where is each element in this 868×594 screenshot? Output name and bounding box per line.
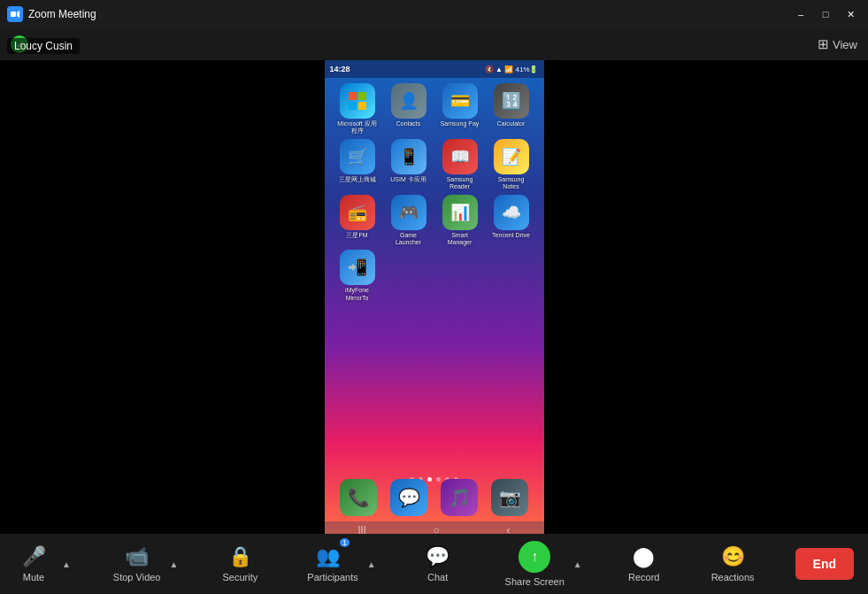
app-imyfone-icon: 📲	[340, 250, 375, 285]
mute-arrow-button[interactable]: ▲	[60, 556, 73, 573]
end-button[interactable]: End	[795, 548, 854, 580]
security-icon: 🔒	[228, 545, 252, 568]
phone-time: 14:28	[330, 65, 350, 73]
reactions-label: Reactions	[711, 572, 755, 582]
app-fm-icon: 📻	[340, 195, 375, 230]
app-imyfone-label: iMyFoneMirrorTo	[345, 287, 369, 302]
app-usim[interactable]: 📱 USIM 卡应用	[386, 139, 432, 191]
stop-video-button[interactable]: 📹 Stop Video	[106, 540, 168, 588]
svg-rect-5	[358, 102, 366, 110]
app-calculator-icon: 🔢	[494, 83, 529, 119]
reactions-group: 😊 Reactions	[704, 540, 762, 588]
phone-status-bar: 14:28 🔇 ▲ 📶 41%🔋	[325, 60, 544, 78]
app-smart-manager[interactable]: 📊 SmartManager	[437, 195, 483, 247]
chat-label: Chat	[427, 572, 448, 582]
app-samsung-reader[interactable]: 📖 SamsungReader	[437, 139, 483, 191]
stop-video-group: 📹 Stop Video ▲	[106, 540, 181, 588]
participants-label: Participants	[307, 572, 357, 582]
app-microsoft-label: Microsoft 应用程序	[337, 120, 376, 135]
record-icon: ⬤	[633, 545, 655, 568]
app-contacts-label: Contacts	[396, 120, 421, 127]
dock-phone-icon[interactable]: 📞	[340, 479, 377, 516]
view-button[interactable]: ⊞ View	[818, 36, 857, 52]
record-group: ⬤ Record	[618, 540, 671, 588]
stop-video-icon: 📹	[125, 545, 149, 568]
security-group: 🔒 Security	[213, 540, 266, 588]
app-samsung-store-label: 三星网上商城	[339, 176, 376, 183]
participants-arrow-button[interactable]: ▲	[365, 556, 378, 573]
window-controls: – □ ✕	[790, 5, 861, 23]
bottom-toolbar: 🎤 Mute ▲ 📹 Stop Video ▲ 🔒 Security 👥1 Pa…	[0, 534, 868, 594]
app-fm-label: 三星FM	[346, 232, 367, 239]
grid-view-icon: ⊞	[818, 36, 829, 52]
app-tencent-icon: ☁️	[494, 195, 529, 230]
app-contacts-icon: 👤	[391, 83, 426, 119]
participants-icon: 👥1	[316, 545, 350, 568]
minimize-button[interactable]: –	[790, 5, 811, 23]
app-samsung-notes[interactable]: 📝 SamsungNotes	[488, 139, 534, 191]
mute-icon: 🎤	[22, 545, 46, 568]
chat-button[interactable]: 💬 Chat	[411, 540, 465, 588]
window-title: Zoom Meeting	[28, 8, 96, 20]
phone-screen: 14:28 🔇 ▲ 📶 41%🔋 Microsoft 应用程序 👤 Contac…	[325, 60, 544, 539]
security-button[interactable]: 🔒 Security	[213, 540, 266, 588]
app-samsung-notes-icon: 📝	[494, 139, 529, 174]
app-empty-3	[488, 250, 534, 302]
dock-messages-icon[interactable]: 💬	[390, 479, 427, 516]
app-game-launcher-label: GameLauncher	[396, 232, 421, 247]
app-calculator[interactable]: 🔢 Calculator	[488, 83, 534, 135]
app-microsoft[interactable]: Microsoft 应用程序	[334, 83, 380, 135]
top-bar: ✓ ⊞ View	[0, 28, 868, 60]
app-row-3: 📻 三星FM 🎮 GameLauncher 📊 SmartManager ☁️ …	[332, 195, 537, 247]
app-empty-1	[386, 250, 432, 302]
record-button[interactable]: ⬤ Record	[618, 540, 671, 588]
app-usim-label: USIM 卡应用	[390, 176, 426, 183]
app-samsung-notes-label: SamsungNotes	[498, 176, 525, 191]
phone-dock: 📞 💬 🎵 📷	[325, 473, 544, 521]
mute-label: Mute	[23, 572, 44, 582]
mute-button[interactable]: 🎤 Mute	[7, 540, 60, 588]
close-button[interactable]: ✕	[840, 5, 861, 23]
participants-button[interactable]: 👥1 Participants	[300, 540, 365, 588]
participants-group: 👥1 Participants ▲	[300, 540, 377, 588]
app-grid: Microsoft 应用程序 👤 Contacts 💳 Samsung Pay …	[325, 80, 544, 309]
app-usim-icon: 📱	[391, 139, 426, 174]
zoom-logo-icon	[7, 6, 23, 22]
app-tencent[interactable]: ☁️ Tencent Drive	[488, 195, 534, 247]
app-imyfone[interactable]: 📲 iMyFoneMirrorTo	[334, 250, 380, 302]
chat-icon: 💬	[426, 545, 449, 568]
chat-group: 💬 Chat	[411, 540, 465, 588]
app-samsung-pay-icon: 💳	[442, 83, 478, 119]
share-screen-arrow-button[interactable]: ▲	[572, 556, 584, 573]
stop-video-label: Stop Video	[113, 572, 161, 582]
maximize-button[interactable]: □	[815, 5, 836, 23]
app-fm[interactable]: 📻 三星FM	[334, 195, 380, 247]
share-screen-button[interactable]: ↑ Share Screen	[498, 536, 572, 592]
stop-video-arrow-button[interactable]: ▲	[167, 556, 180, 573]
svg-rect-2	[349, 92, 357, 100]
user-badge: Loucy Cusin	[7, 38, 80, 54]
app-game-launcher[interactable]: 🎮 GameLauncher	[386, 195, 432, 247]
dock-camera-icon[interactable]: 📷	[491, 479, 528, 516]
app-smart-manager-label: SmartManager	[448, 232, 472, 247]
app-microsoft-icon	[340, 83, 375, 119]
app-smart-manager-icon: 📊	[442, 195, 478, 230]
app-row-4: 📲 iMyFoneMirrorTo	[332, 250, 537, 302]
security-label: Security	[222, 572, 257, 582]
app-calculator-label: Calculator	[497, 120, 526, 127]
svg-rect-3	[358, 92, 366, 100]
app-row-1: Microsoft 应用程序 👤 Contacts 💳 Samsung Pay …	[332, 83, 537, 135]
app-samsung-pay[interactable]: 💳 Samsung Pay	[437, 83, 483, 135]
reactions-button[interactable]: 😊 Reactions	[704, 540, 762, 588]
svg-rect-0	[11, 12, 16, 17]
title-bar: Zoom Meeting – □ ✕	[0, 0, 868, 28]
share-screen-label: Share Screen	[505, 576, 565, 587]
share-screen-icon: ↑	[518, 541, 550, 573]
svg-marker-1	[17, 11, 19, 18]
app-row-2: 🛒 三星网上商城 📱 USIM 卡应用 📖 SamsungReader 📝 Sa…	[332, 139, 537, 191]
app-game-launcher-icon: 🎮	[391, 195, 426, 230]
app-samsung-store[interactable]: 🛒 三星网上商城	[334, 139, 380, 191]
dock-music-icon[interactable]: 🎵	[441, 479, 478, 516]
app-contacts[interactable]: 👤 Contacts	[386, 83, 432, 135]
app-samsung-store-icon: 🛒	[340, 139, 375, 174]
